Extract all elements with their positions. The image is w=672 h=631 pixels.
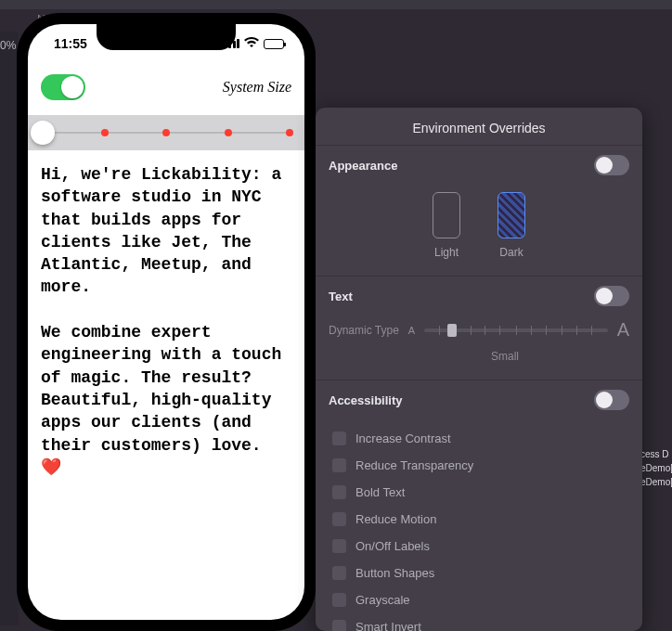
- accessibility-option[interactable]: Bold Text: [329, 479, 629, 506]
- dark-mode-icon: [498, 192, 525, 238]
- accessibility-option-label: Smart Invert: [355, 620, 421, 631]
- accessibility-option[interactable]: On/Off Labels: [329, 533, 629, 560]
- ide-toolbar-bg: [0, 0, 672, 9]
- system-size-toggle[interactable]: [41, 74, 85, 100]
- slider-stop: [162, 129, 170, 136]
- text-header: Text: [316, 277, 642, 316]
- dynamic-type-value: Small: [381, 350, 629, 363]
- paragraph-2: We combine expert engineering with a tou…: [41, 323, 291, 454]
- checkbox[interactable]: [332, 620, 346, 631]
- app-body-text: Hi, we're Lickability: a software studio…: [28, 163, 304, 479]
- accessibility-option-label: On/Off Labels: [355, 539, 430, 553]
- text-section: Text Dynamic Type A A Small: [316, 276, 642, 380]
- battery-icon: [264, 39, 284, 49]
- heart-icon: ❤️: [41, 458, 61, 477]
- appearance-header: Appearance: [316, 146, 642, 185]
- toggle-knob: [61, 76, 84, 98]
- appearance-light-option[interactable]: Light: [433, 192, 460, 259]
- checkbox[interactable]: [332, 485, 346, 499]
- accessibility-option-label: Reduce Transparency: [355, 458, 473, 472]
- paragraph-1: Hi, we're Lickability: a software studio…: [41, 165, 291, 296]
- text-toggle[interactable]: [594, 286, 629, 306]
- panel-title: Environment Overrides: [316, 108, 642, 145]
- light-mode-icon: [433, 192, 460, 238]
- accessibility-option-label: Button Shapes: [355, 566, 434, 580]
- accessibility-option[interactable]: Button Shapes: [329, 560, 629, 586]
- checkbox[interactable]: [332, 566, 346, 580]
- accessibility-option-label: Bold Text: [355, 485, 405, 499]
- text-label: Text: [329, 290, 353, 303]
- app-top-bar: System Size: [28, 63, 304, 109]
- checkbox[interactable]: [332, 593, 346, 607]
- status-time: 11:55: [54, 36, 87, 51]
- ide-gutter: [0, 32, 19, 625]
- appearance-section: Appearance Light Dark: [316, 145, 642, 276]
- accessibility-option[interactable]: Increase Contrast: [329, 425, 629, 452]
- ide-right-line: cess D: [640, 447, 672, 461]
- accessibility-option-label: Grayscale: [355, 593, 410, 607]
- accessibility-toggle[interactable]: [594, 390, 629, 410]
- accessibility-option-label: Increase Contrast: [355, 431, 451, 445]
- iphone-notch: [97, 24, 236, 50]
- accessibility-header: Accessibility: [316, 380, 642, 419]
- dynamic-type-thumb[interactable]: [447, 324, 457, 337]
- ide-right-line: eDemo[: [640, 475, 672, 489]
- slider-track: [43, 132, 290, 134]
- accessibility-label: Accessibility: [329, 393, 403, 407]
- appearance-dark-option[interactable]: Dark: [498, 192, 525, 259]
- slider-stop: [225, 129, 232, 136]
- slider-thumb[interactable]: [31, 121, 55, 145]
- checkbox[interactable]: [332, 539, 346, 553]
- appearance-label: Appearance: [329, 159, 397, 173]
- accessibility-option[interactable]: Smart Invert: [329, 613, 629, 631]
- appearance-toggle[interactable]: [594, 155, 629, 175]
- accessibility-options-list: Increase ContrastReduce TransparencyBold…: [316, 419, 642, 631]
- accessibility-option[interactable]: Grayscale: [329, 586, 629, 613]
- checkbox[interactable]: [332, 458, 346, 472]
- checkbox[interactable]: [332, 512, 346, 526]
- slider-stop: [101, 129, 109, 136]
- dark-mode-label: Dark: [498, 246, 525, 259]
- accessibility-option[interactable]: Reduce Transparency: [329, 452, 629, 479]
- checkbox[interactable]: [332, 431, 346, 445]
- ide-zoom-label: 0%: [0, 39, 16, 52]
- system-size-label: System Size: [223, 79, 291, 96]
- accessibility-section: Accessibility Increase ContrastReduce Tr…: [316, 380, 642, 631]
- dynamic-type-label: Dynamic Type: [329, 324, 399, 337]
- text-body: Dynamic Type A A Small: [316, 316, 642, 380]
- ide-right-fragment: cess D eDemo[ eDemo[: [640, 447, 672, 503]
- ide-right-line: eDemo[: [640, 461, 672, 475]
- appearance-options: Light Dark: [316, 185, 642, 276]
- slider-stop: [286, 129, 293, 136]
- a-small-icon: A: [408, 325, 415, 336]
- dynamic-type-row: Dynamic Type A A: [329, 319, 629, 341]
- light-mode-label: Light: [433, 246, 460, 259]
- text-size-slider[interactable]: [28, 115, 304, 150]
- dynamic-type-slider[interactable]: [424, 328, 608, 332]
- environment-overrides-panel: Environment Overrides Appearance Light D…: [316, 108, 642, 631]
- a-large-icon: A: [617, 319, 629, 341]
- iphone-screen: 11:55 System Size H: [28, 24, 304, 620]
- accessibility-option[interactable]: Reduce Motion: [329, 506, 629, 533]
- wifi-icon: [244, 37, 259, 50]
- iphone-simulator: 11:55 System Size H: [17, 13, 316, 631]
- accessibility-option-label: Reduce Motion: [355, 512, 436, 526]
